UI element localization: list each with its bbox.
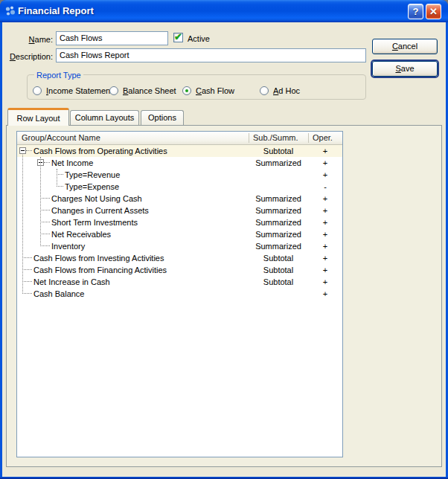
tab-options[interactable]: Options bbox=[141, 110, 184, 125]
tree-row-net-income[interactable]: Net IncomeSummarized+ bbox=[17, 157, 342, 169]
tree-connector bbox=[26, 150, 32, 151]
column-header-sub-summ[interactable]: Sub./Summ. bbox=[249, 132, 308, 144]
tree-connector-line bbox=[57, 169, 57, 187]
tree-row-sub-summ: Subtotal bbox=[249, 276, 308, 288]
tree-row-sub-summ: Subtotal bbox=[249, 145, 308, 157]
description-label: Description: bbox=[5, 51, 53, 62]
tree-row-label: Cash Balance bbox=[33, 288, 85, 300]
radio-label: Income Statement bbox=[46, 86, 112, 95]
tree-connector bbox=[22, 257, 32, 258]
tree-row-label: Cash Flows from Investing Activities bbox=[33, 252, 164, 264]
radio-circle-icon bbox=[260, 86, 269, 95]
tree-row-sub-summ: Summarized bbox=[249, 240, 308, 252]
tree-row-label: Net Income bbox=[51, 157, 93, 169]
tree-row-oper: + bbox=[308, 169, 342, 181]
tree-row-oper: + bbox=[308, 264, 342, 276]
tree-row-cash-flows-from-operating-activities[interactable]: Cash Flows from Operating ActivitiesSubt… bbox=[17, 145, 342, 157]
tree-connector bbox=[40, 198, 50, 199]
radio-balance-sheet[interactable]: Balance Sheet bbox=[109, 86, 176, 96]
tree-connector bbox=[57, 186, 63, 187]
help-button[interactable]: ? bbox=[408, 4, 423, 19]
tree-row-oper: + bbox=[308, 276, 342, 288]
tree-row-label: Changes in Current Assets bbox=[51, 205, 149, 216]
accounts-tree-table: Group/Account Name Sub./Summ. Oper. Cash… bbox=[16, 131, 343, 457]
radio-label: Ad Hoc bbox=[273, 86, 300, 95]
tree-row-cash-flows-from-financing-activities[interactable]: Cash Flows from Financing ActivitiesSubt… bbox=[17, 264, 342, 276]
tree-connector bbox=[40, 234, 50, 234]
title-bar[interactable]: Financial Report ? ✕ bbox=[0, 0, 448, 22]
column-header-group-account-name[interactable]: Group/Account Name bbox=[17, 132, 249, 144]
tree-row-oper: + bbox=[308, 205, 342, 216]
tree-row-label: Inventory bbox=[51, 240, 85, 252]
save-button[interactable]: Save bbox=[372, 61, 438, 77]
tab-row-layout[interactable]: Row Layout bbox=[7, 108, 69, 126]
tree-row-oper: + bbox=[308, 228, 342, 240]
tree-row-net-increase-in-cash[interactable]: Net Increase in CashSubtotal+ bbox=[17, 276, 342, 288]
tree-row-type-revenue[interactable]: Type=Revenue+ bbox=[17, 169, 342, 181]
window-title: Financial Report bbox=[18, 0, 94, 22]
tree-connector bbox=[22, 293, 32, 294]
name-input[interactable]: Cash Flows bbox=[56, 31, 168, 45]
tree-row-charges-not-using-cash[interactable]: Charges Not Using CashSummarized+ bbox=[17, 193, 342, 205]
tree-connector bbox=[57, 174, 63, 175]
tree-expander-icon[interactable] bbox=[19, 147, 26, 154]
tree-row-oper: + bbox=[308, 288, 342, 300]
radio-income-statement[interactable]: Income Statement bbox=[33, 86, 112, 96]
radio-circle-icon bbox=[182, 86, 191, 95]
tree-connector bbox=[40, 245, 50, 246]
tree-row-label: Cash Flows from Financing Activities bbox=[33, 264, 167, 276]
name-label: Name: bbox=[5, 34, 53, 45]
tree-row-label: Type=Revenue bbox=[65, 169, 120, 181]
tree-row-label: Short Term Investments bbox=[51, 216, 138, 228]
column-header-oper[interactable]: Oper. bbox=[308, 132, 342, 144]
tree-row-sub-summ: Summarized bbox=[249, 193, 308, 205]
tree-row-inventory[interactable]: InventorySummarized+ bbox=[17, 240, 342, 252]
tree-connector bbox=[22, 281, 32, 282]
radio-circle-icon bbox=[33, 86, 42, 95]
report-type-legend: Report Type bbox=[34, 70, 83, 80]
tree-row-oper: + bbox=[308, 240, 342, 252]
tree-connector bbox=[40, 222, 50, 222]
radio-ad-hoc[interactable]: Ad Hoc bbox=[260, 86, 300, 96]
tree-connector bbox=[44, 162, 50, 163]
tab-column-layouts[interactable]: Column Layouts bbox=[70, 110, 139, 125]
financial-report-dialog: Financial Report ? ✕ Name: Cash Flows ✔ … bbox=[0, 0, 448, 479]
tree-row-label: Cash Flows from Operating Activities bbox=[33, 145, 167, 157]
tree-row-short-term-investments[interactable]: Short Term InvestmentsSummarized+ bbox=[17, 216, 342, 228]
tree-row-cash-flows-from-investing-activities[interactable]: Cash Flows from Investing ActivitiesSubt… bbox=[17, 252, 342, 264]
close-icon[interactable]: ✕ bbox=[426, 4, 441, 19]
tree-row-type-expense[interactable]: Type=Expense- bbox=[17, 181, 342, 193]
tree-row-oper: - bbox=[308, 181, 342, 193]
tree-row-net-receivables[interactable]: Net ReceivablesSummarized+ bbox=[17, 228, 342, 240]
tree-row-oper: + bbox=[308, 157, 342, 169]
cancel-button[interactable]: Cancel bbox=[372, 39, 438, 54]
tree-row-sub-summ: Summarized bbox=[249, 205, 308, 216]
tree-row-cash-balance[interactable]: Cash Balance+ bbox=[17, 288, 342, 300]
tree-row-sub-summ: Summarized bbox=[249, 216, 308, 228]
tree-row-sub-summ: Summarized bbox=[249, 228, 308, 240]
tree-row-label: Net Increase in Cash bbox=[33, 276, 110, 288]
radio-label: Balance Sheet bbox=[123, 86, 176, 95]
tree-row-oper: + bbox=[308, 145, 342, 157]
tree-row-sub-summ: Subtotal bbox=[249, 252, 308, 264]
tree-connector bbox=[40, 210, 50, 210]
radio-circle-icon bbox=[109, 86, 118, 95]
tree-row-label: Charges Not Using Cash bbox=[51, 193, 142, 205]
active-label: Active bbox=[188, 33, 210, 44]
tree-row-oper: + bbox=[308, 216, 342, 228]
active-checkbox[interactable]: ✔ bbox=[173, 33, 183, 42]
tree-row-oper: + bbox=[308, 252, 342, 264]
tree-row-changes-in-current-assets[interactable]: Changes in Current AssetsSummarized+ bbox=[17, 205, 342, 216]
radio-label: Cash Flow bbox=[196, 86, 234, 95]
tree-row-label: Type=Expense bbox=[65, 181, 119, 193]
tree-row-sub-summ: Subtotal bbox=[249, 264, 308, 276]
tree-connector bbox=[22, 269, 32, 270]
check-icon: ✔ bbox=[174, 31, 182, 42]
radio-cash-flow[interactable]: Cash Flow bbox=[182, 86, 234, 96]
tree-row-label: Net Receivables bbox=[51, 228, 111, 240]
app-icon bbox=[4, 5, 16, 17]
tree-connector-line bbox=[40, 157, 41, 246]
description-input[interactable]: Cash Flows Report bbox=[56, 48, 366, 62]
tree-row-oper: + bbox=[308, 193, 342, 205]
tree-row-sub-summ: Summarized bbox=[249, 157, 308, 169]
